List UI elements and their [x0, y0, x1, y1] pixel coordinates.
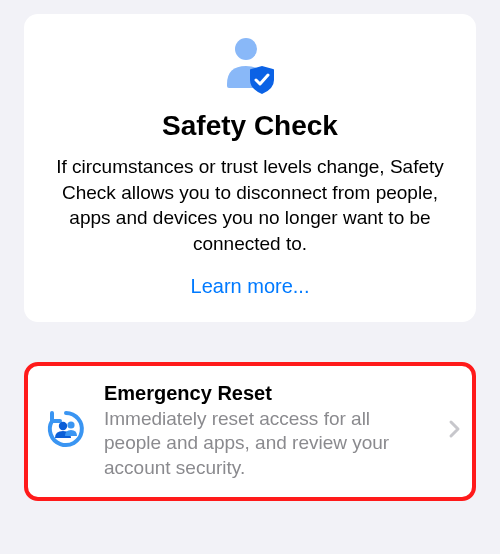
emergency-reset-button[interactable]: Emergency Reset Immediately reset access… — [24, 362, 476, 501]
svg-point-2 — [67, 421, 74, 428]
svg-point-1 — [59, 422, 67, 430]
chevron-right-icon — [448, 419, 462, 443]
person-shield-icon — [40, 36, 460, 96]
reset-people-icon — [44, 407, 88, 455]
emergency-reset-text: Emergency Reset Immediately reset access… — [104, 382, 432, 481]
emergency-reset-description: Immediately reset access for all people … — [104, 407, 432, 481]
safety-check-title: Safety Check — [40, 110, 460, 142]
safety-check-card: Safety Check If circumstances or trust l… — [24, 14, 476, 322]
safety-check-description: If circumstances or trust levels change,… — [40, 154, 460, 257]
emergency-reset-title: Emergency Reset — [104, 382, 432, 405]
svg-point-0 — [235, 38, 257, 60]
learn-more-link[interactable]: Learn more... — [191, 275, 310, 298]
